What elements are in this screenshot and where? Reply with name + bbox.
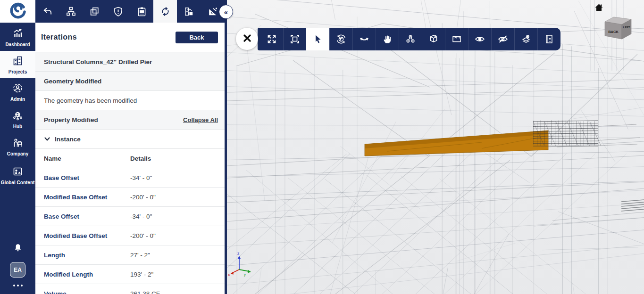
instance-group-label: Instance — [55, 136, 81, 143]
walk-icon[interactable] — [399, 28, 422, 50]
table-row: Length 27' - 2" — [35, 245, 225, 265]
orbit-icon[interactable] — [329, 28, 352, 50]
property-name: Modified Length — [44, 271, 130, 278]
sidebar-item-label: Dashboard — [5, 42, 30, 47]
select-cursor-icon[interactable] — [306, 28, 329, 50]
table-row: Modified Base Offset -200' - 0" — [35, 226, 225, 245]
expand-icon[interactable] — [260, 28, 283, 50]
table-row: Modified Base Offset -200' - 0" — [35, 188, 225, 207]
property-name: Base Offset — [44, 174, 130, 181]
hub-globe-icon — [12, 110, 24, 123]
sidebar-item-label: Admin — [10, 97, 25, 102]
geometry-modified-label: Geometry Modified — [44, 78, 101, 85]
property-name: Length — [44, 252, 130, 259]
back-button[interactable]: Back — [176, 32, 218, 43]
sidebar-item-label: Company — [7, 151, 29, 156]
sidebar-item-label: Projects — [8, 69, 27, 74]
table-row: Base Offset -34' - 0" — [35, 168, 225, 188]
show-eye-icon[interactable] — [468, 28, 491, 50]
sidebar-nav: Dashboard Projects — [0, 24, 35, 190]
measure-icon[interactable] — [445, 28, 468, 50]
property-value: -34' - 0" — [130, 174, 152, 181]
fit-view-icon[interactable] — [283, 28, 306, 50]
undo-icon[interactable] — [35, 0, 59, 23]
property-modified-label: Property Modified — [44, 116, 98, 123]
chevron-down-icon — [44, 136, 50, 142]
page-title: Iterations — [41, 33, 77, 41]
nav-cube-back-face: BACK — [608, 30, 619, 34]
property-value: -200' - 0" — [130, 232, 156, 239]
sidebar-item-hub[interactable]: Hub — [0, 106, 35, 133]
property-name: Volume — [44, 290, 130, 294]
nav-cube-left-face: LEFT — [623, 26, 630, 29]
collapse-all-link[interactable]: Collapse All — [183, 116, 218, 123]
kpi-clipboard-icon[interactable] — [130, 0, 153, 23]
sidebar-item-admin[interactable]: Admin — [0, 78, 35, 106]
iteration-item-title: Structural Columns_42" Drilled Pier — [44, 58, 152, 65]
user-avatar[interactable]: EA — [10, 262, 25, 278]
sidebar-item-projects[interactable]: Projects — [0, 51, 35, 78]
ellipsis-icon[interactable] — [13, 285, 23, 286]
column-header-details: Details — [130, 155, 151, 162]
sidebar-item-company[interactable]: Company — [0, 133, 35, 160]
pan-hand-icon[interactable] — [376, 28, 399, 50]
dashboard-chart-icon — [12, 28, 24, 41]
viewer-toolbar — [258, 28, 560, 50]
navigation-cube[interactable]: BACK LEFT — [604, 15, 635, 42]
sidebar-bottom: EA — [0, 243, 35, 286]
evolve-swirl-logo-icon — [8, 1, 27, 22]
app-logo[interactable] — [0, 0, 35, 23]
instance-group-row[interactable]: Instance — [35, 130, 225, 149]
copy-icon[interactable] — [83, 0, 106, 23]
sidebar-item-global-content[interactable]: Global Content — [0, 160, 35, 190]
property-value: 193' - 2" — [130, 271, 153, 278]
left-sidebar: Dashboard Projects — [0, 0, 35, 294]
property-value: -200' - 0" — [130, 194, 156, 201]
home-icon[interactable] — [594, 3, 603, 14]
collapse-double-chevron-icon: « — [224, 8, 228, 16]
axis-y-label: y — [244, 272, 246, 277]
property-name: Modified Base Offset — [44, 194, 130, 201]
box-view-icon[interactable] — [422, 28, 445, 50]
global-content-shapes-icon — [12, 166, 24, 179]
table-header-row: Name Details — [35, 149, 225, 168]
iterations-sync-icon[interactable] — [153, 0, 177, 23]
property-value: 27' - 2" — [130, 252, 150, 259]
shield-alert-icon[interactable] — [106, 0, 130, 23]
property-modified-row: Property Modified Collapse All — [35, 110, 225, 130]
app-window: Dashboard Projects — [0, 0, 644, 294]
column-header-name: Name — [44, 155, 130, 162]
iteration-item-title-row: Structural Columns_42" Drilled Pier — [35, 52, 225, 72]
hierarchy-icon[interactable] — [59, 0, 83, 23]
sidebar-item-dashboard[interactable]: Dashboard — [0, 24, 35, 51]
puzzle-icon[interactable] — [177, 0, 201, 23]
property-name: Modified Base Offset — [44, 232, 130, 239]
geometry-description-row: The geometry has been modified — [35, 91, 225, 110]
panel-header: Iterations Back — [35, 23, 225, 52]
hide-eye-icon[interactable] — [491, 28, 514, 50]
axis-z-label: z — [237, 251, 240, 256]
company-people-icon — [12, 137, 24, 150]
admin-user-gear-icon — [12, 82, 24, 96]
module-toolbar — [35, 0, 227, 23]
isolate-layers-icon[interactable] — [514, 28, 537, 50]
table-row: Base Offset -34' - 0" — [35, 207, 225, 226]
iterations-panel: Iterations Back Structural Columns_42" D… — [35, 23, 227, 294]
look-around-icon[interactable] — [352, 28, 376, 50]
axis-x-label: x — [228, 272, 230, 277]
sidebar-item-label: Hub — [13, 124, 22, 129]
properties-list-icon[interactable] — [537, 28, 560, 50]
table-row: Modified Length 193' - 2" — [35, 265, 225, 284]
table-row: Volume 261.38 CF — [35, 284, 225, 294]
geometry-description: The geometry has been modified — [44, 97, 137, 104]
property-value: -34' - 0" — [130, 213, 152, 220]
collapse-panel-button[interactable]: « — [219, 5, 233, 19]
close-x-icon — [242, 33, 252, 45]
close-viewer-button[interactable] — [236, 28, 258, 50]
property-value: 261.38 CF — [130, 290, 160, 294]
model-viewport[interactable]: z x y — [227, 0, 644, 294]
bell-icon[interactable] — [13, 243, 23, 255]
selected-element-beam[interactable] — [365, 131, 548, 156]
projects-buildings-icon — [12, 55, 24, 68]
property-name: Base Offset — [44, 213, 130, 220]
